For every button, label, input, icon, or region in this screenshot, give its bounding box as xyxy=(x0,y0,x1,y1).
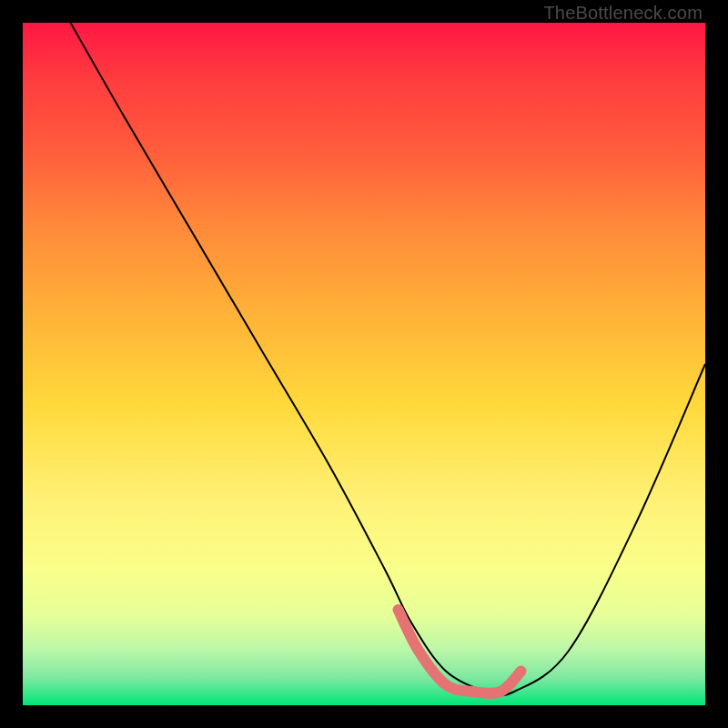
chart-frame: TheBottleneck.com xyxy=(0,0,728,728)
bottleneck-curve xyxy=(71,23,706,695)
attribution-label: TheBottleneck.com xyxy=(543,3,703,24)
curve-layer xyxy=(23,23,705,705)
plot-area xyxy=(23,23,705,705)
